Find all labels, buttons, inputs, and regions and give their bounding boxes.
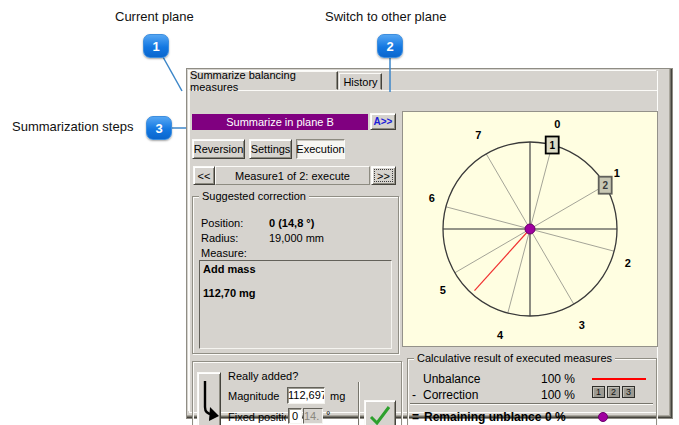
- tab-label: Summarize balancing measures: [190, 69, 337, 93]
- vertical-divider: [358, 382, 360, 425]
- measure-marker-1[interactable]: 1: [546, 137, 559, 154]
- correction-value: 100 %: [541, 388, 575, 402]
- chevron-right-icon: >>: [377, 170, 390, 182]
- magnitude-unit: mg: [330, 390, 345, 402]
- tab-history[interactable]: History: [339, 73, 382, 90]
- calc-result-group: Calculative result of executed measures …: [407, 358, 657, 425]
- correction-marker-1-icon: 1: [592, 386, 605, 398]
- annotation-summarization-steps: Summarization steps: [12, 119, 133, 134]
- suggested-correction-group: Suggested correction Position: 0 (14,8 °…: [192, 196, 399, 354]
- balancing-polar-chart: 0 1 2 3 4 5 6 7 1 2: [402, 111, 658, 347]
- position-label-7: 7: [475, 129, 481, 141]
- switch-plane-label: A>>: [374, 116, 393, 127]
- fixed-position-secondary-input: 14.: [303, 408, 323, 424]
- next-measure-button[interactable]: >>: [371, 166, 396, 185]
- remaining-value: 0 %: [545, 410, 566, 424]
- really-added-group: Really added? Magnitude 112,697 mg Fixed…: [192, 361, 402, 425]
- magnitude-input[interactable]: 112,697: [287, 387, 325, 404]
- really-added-question: Really added?: [228, 370, 298, 382]
- execution-button[interactable]: Execution: [296, 139, 345, 159]
- position-label-1: 1: [614, 167, 620, 179]
- annotation-current-plane: Current plane: [115, 9, 194, 24]
- center-unbalance-dot: [525, 224, 535, 234]
- polar-chart-svg: 0 1 2 3 4 5 6 7 1 2: [403, 112, 657, 346]
- chevron-left-icon: <<: [198, 170, 211, 182]
- measure-status-label: Measure1 of 2: execute: [235, 170, 350, 182]
- step-badge-3: 3: [146, 116, 172, 140]
- unbalance-value: 100 %: [541, 372, 575, 386]
- fixed-position-unit: °: [326, 409, 330, 421]
- remaining-label: Remaining unblance: [424, 410, 541, 424]
- fixed-position-input[interactable]: 0: [288, 408, 302, 424]
- position-label-3: 3: [579, 319, 585, 331]
- radius-label: Radius:: [201, 232, 238, 244]
- measure-marker-2[interactable]: 2: [599, 177, 612, 194]
- position-label-5: 5: [440, 284, 446, 296]
- tab-label: History: [343, 76, 377, 88]
- transfer-arrow-button[interactable]: [197, 372, 221, 425]
- group-title: Suggested correction: [199, 190, 309, 202]
- fixed-position-label: Fixed positio: [228, 411, 286, 423]
- step-badge-1: 1: [143, 34, 169, 58]
- execution-label: Execution: [296, 143, 344, 155]
- magnitude-label: Magnitude: [228, 390, 279, 402]
- measure-line2: 112,70 mg: [203, 287, 256, 299]
- confirm-button[interactable]: [364, 400, 396, 425]
- confirm-check-icon: [368, 405, 392, 425]
- measure-label: Measure:: [201, 247, 247, 259]
- remaining-unbalance-dot-icon: [598, 412, 608, 422]
- position-label-6: 6: [429, 192, 435, 204]
- prev-measure-button[interactable]: <<: [193, 166, 215, 185]
- switch-plane-button[interactable]: A>>: [370, 113, 396, 130]
- position-label-2: 2: [625, 257, 631, 269]
- unbalance-line-icon: [592, 378, 646, 380]
- dialog-content: Summarize balancing measures History Sum…: [189, 71, 657, 412]
- radius-value: 19,000 mm: [269, 232, 324, 244]
- group-title: Calculative result of executed measures: [414, 352, 615, 364]
- annotation-switch-plane: Switch to other plane: [325, 9, 446, 24]
- position-label-0: 0: [554, 118, 560, 130]
- balancing-dialog-window: Summarize balancing measures History Sum…: [186, 68, 673, 419]
- unbalance-label: Unbalance: [423, 372, 480, 386]
- correction-marker-2-icon: 2: [607, 386, 620, 398]
- tab-page: Summarize in plane B A>> Reversion Setti…: [189, 90, 657, 412]
- correction-prefix: -: [412, 388, 416, 402]
- current-plane-label: Summarize in plane B: [226, 116, 334, 128]
- position-label: Position:: [201, 217, 243, 229]
- correction-marker-3-icon: 3: [622, 386, 635, 398]
- remaining-prefix: =: [412, 410, 419, 424]
- measure-line1: Add mass: [203, 263, 256, 275]
- current-plane-bar: Summarize in plane B: [192, 114, 368, 130]
- measure-status-bar: Measure1 of 2: execute: [215, 166, 370, 185]
- reversion-label: Reversion: [194, 143, 244, 155]
- step-badge-2: 2: [377, 34, 403, 58]
- marker-1-label: 1: [549, 140, 555, 151]
- settings-button[interactable]: Settings: [249, 139, 292, 159]
- measure-text-area[interactable]: Add mass 112,70 mg: [199, 260, 392, 349]
- reversion-button[interactable]: Reversion: [192, 139, 245, 159]
- position-value: 0 (14,8 °): [269, 217, 314, 229]
- settings-label: Settings: [251, 143, 291, 155]
- down-right-arrow-icon: [198, 375, 220, 425]
- tab-summarize-balancing-measures[interactable]: Summarize balancing measures: [189, 71, 338, 90]
- marker-2-label: 2: [602, 180, 608, 191]
- position-label-4: 4: [497, 329, 504, 341]
- correction-label: Correction: [423, 388, 478, 402]
- result-separator: [410, 403, 653, 405]
